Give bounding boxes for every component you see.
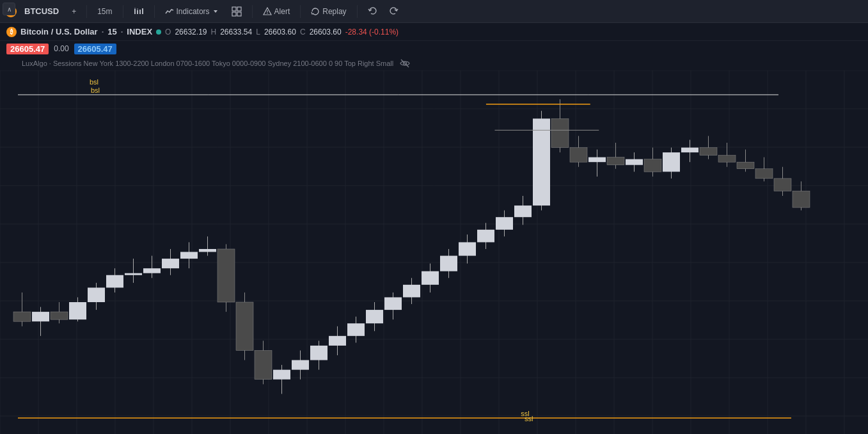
collapse-button[interactable]: ∧ bbox=[3, 3, 15, 15]
indicator-text: LuxAlgo · Sessions New York 1300-2200 Lo… bbox=[22, 60, 393, 67]
svg-line-13 bbox=[401, 60, 409, 67]
candlestick-chart bbox=[0, 70, 868, 434]
chart-type-button[interactable] bbox=[129, 4, 149, 19]
change-pct: (-0.11%) bbox=[369, 28, 398, 36]
svg-rect-9 bbox=[237, 12, 241, 16]
price-target: 26605.47 bbox=[78, 44, 113, 54]
alert-label: Alert bbox=[274, 7, 290, 16]
alert-button[interactable]: Alert bbox=[258, 4, 296, 19]
divider-1 bbox=[86, 5, 87, 18]
svg-rect-5 bbox=[142, 8, 143, 14]
low-value: 26603.60 bbox=[264, 28, 296, 36]
chart-title: Bitcoin / U.S. Dollar · 15 · INDEX bbox=[20, 27, 161, 36]
svg-rect-3 bbox=[137, 8, 138, 11]
price-bar: 26605.47 0.00 26605.47 bbox=[0, 41, 868, 56]
btc-icon-info: ₿ bbox=[6, 27, 17, 37]
replay-icon bbox=[311, 7, 320, 16]
indicators-label: Indicators bbox=[177, 7, 210, 16]
symbol-label[interactable]: BTCUSD bbox=[19, 4, 64, 19]
divider-2 bbox=[123, 5, 123, 18]
open-label: O bbox=[165, 28, 171, 36]
eye-icon[interactable] bbox=[400, 58, 410, 68]
toolbar: ₿ BTCUSD + 15m Indicators bbox=[0, 0, 868, 23]
divider-5 bbox=[300, 5, 301, 18]
svg-rect-1 bbox=[134, 8, 136, 10]
undo-button[interactable] bbox=[363, 4, 382, 19]
divider-6 bbox=[357, 5, 358, 18]
index-label: INDEX bbox=[127, 27, 152, 36]
svg-rect-4 bbox=[139, 10, 141, 14]
replay-label: Replay bbox=[322, 7, 346, 16]
svg-rect-7 bbox=[237, 7, 241, 11]
redo-button[interactable] bbox=[384, 4, 404, 19]
divider-4 bbox=[252, 5, 253, 18]
timeframe-button[interactable]: 15m bbox=[92, 4, 117, 19]
symbol-text: BTCUSD bbox=[24, 6, 59, 16]
add-symbol-button[interactable]: + bbox=[67, 4, 81, 19]
chart-area[interactable]: bsl ssl bbox=[0, 70, 868, 434]
price-change: -28.34 (-0.11%) bbox=[345, 28, 398, 36]
svg-point-10 bbox=[267, 12, 268, 13]
pair-name: Bitcoin / U.S. Dollar bbox=[20, 27, 98, 36]
indicators-dropdown-icon bbox=[212, 8, 219, 15]
alert-icon bbox=[263, 7, 272, 16]
low-label: L bbox=[256, 28, 260, 36]
change-value: -28.34 bbox=[345, 28, 367, 36]
collapse-icon: ∧ bbox=[7, 6, 12, 13]
high-value: 26633.54 bbox=[220, 28, 252, 36]
svg-rect-8 bbox=[232, 12, 236, 16]
price-change-zero: 0.00 bbox=[54, 44, 68, 53]
svg-rect-6 bbox=[232, 7, 236, 11]
current-price: 26605.47 bbox=[10, 44, 45, 54]
title-dot: · bbox=[102, 27, 104, 36]
close-value: 26603.60 bbox=[310, 28, 342, 36]
open-value: 26632.19 bbox=[175, 28, 207, 36]
divider-3 bbox=[154, 5, 155, 18]
live-indicator bbox=[156, 29, 161, 35]
undo-icon bbox=[368, 7, 377, 16]
chart-type-icon bbox=[134, 6, 144, 17]
indicators-icon bbox=[165, 7, 174, 16]
timeframe-label: 15m bbox=[97, 7, 112, 16]
templates-icon bbox=[232, 6, 242, 17]
indicators-button[interactable]: Indicators bbox=[160, 4, 224, 19]
price-target-box: 26605.47 bbox=[74, 44, 116, 54]
redo-icon bbox=[390, 7, 398, 16]
current-price-box: 26605.47 bbox=[6, 44, 49, 54]
indicator-bar: ∧ LuxAlgo · Sessions New York 1300-2200 … bbox=[0, 56, 868, 70]
svg-rect-0 bbox=[134, 9, 136, 14]
close-label: C bbox=[300, 28, 306, 36]
high-label: H bbox=[210, 28, 216, 36]
timeframe-info: 15 bbox=[107, 27, 116, 36]
title-dot2: · bbox=[121, 27, 123, 36]
replay-button[interactable]: Replay bbox=[306, 4, 351, 19]
info-bar: ₿ Bitcoin / U.S. Dollar · 15 · INDEX O 2… bbox=[0, 23, 868, 41]
templates-button[interactable] bbox=[226, 4, 247, 19]
add-icon: + bbox=[72, 7, 76, 16]
